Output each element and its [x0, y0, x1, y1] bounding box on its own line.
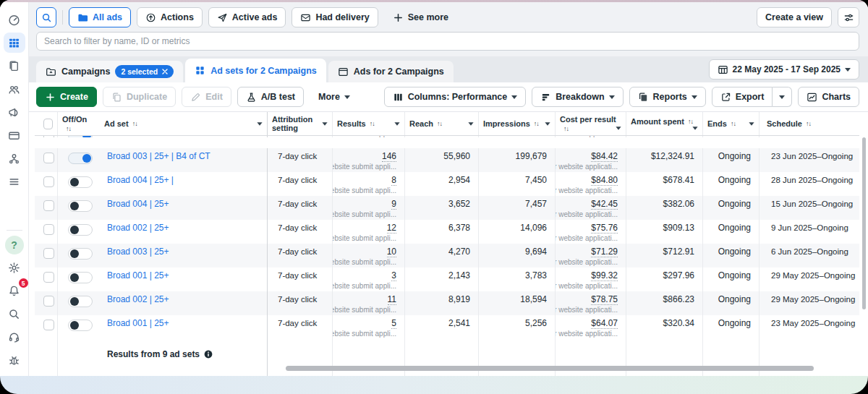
notifications-bell-icon[interactable]: 5	[4, 280, 25, 301]
search-input[interactable]	[36, 32, 859, 51]
edit-button[interactable]: Edit	[182, 87, 231, 107]
tab-adsets[interactable]: Ad sets for 2 Campaigns	[185, 59, 326, 82]
columns-button[interactable]: Columns: Performance	[384, 87, 527, 107]
charts-button[interactable]: Charts	[798, 87, 859, 107]
cost-per-result-value[interactable]: $99.32	[591, 270, 618, 281]
onoff-toggle[interactable]	[68, 272, 93, 283]
export-button[interactable]: Export	[712, 87, 773, 107]
billing-icon[interactable]	[4, 125, 25, 145]
date-range-button[interactable]: 22 May 2025 - 17 Sep 2025	[709, 59, 859, 80]
adset-name-link[interactable]: Broad 003 | 25+ | B4 of CT	[104, 151, 210, 161]
results-value[interactable]: 8	[391, 175, 396, 186]
results-value[interactable]: 10	[387, 247, 396, 257]
toggle-knob	[70, 273, 79, 282]
adset-name-link[interactable]: Broad 001 | 25+	[104, 270, 169, 280]
filter-had-delivery[interactable]: Had delivery	[292, 7, 378, 27]
onoff-toggle[interactable]	[68, 224, 93, 236]
row-checkbox[interactable]	[43, 296, 54, 307]
gauge-icon[interactable]	[4, 9, 25, 30]
pages-icon[interactable]	[4, 56, 25, 76]
breakdown-button[interactable]: Breakdown	[532, 87, 623, 107]
col-header-adset[interactable]: Ad set↑↓	[100, 112, 268, 135]
filter-search-button[interactable]	[36, 7, 56, 27]
settings-gear-icon[interactable]	[4, 257, 25, 278]
row-checkbox[interactable]	[43, 224, 54, 235]
results-value[interactable]: 11	[388, 294, 396, 305]
view-settings-sliders-icon[interactable]	[838, 7, 859, 27]
create-view-button[interactable]: Create a view	[757, 7, 832, 27]
col-header-reach[interactable]: Reach↑↓	[405, 112, 479, 135]
cost-per-result-value[interactable]: $42.45	[591, 199, 618, 210]
row-checkbox[interactable]	[43, 176, 54, 187]
select-all-checkbox[interactable]	[43, 119, 53, 129]
filter-active-ads[interactable]: Active ads	[208, 7, 286, 27]
adset-name-link[interactable]: Broad 001 | 25+	[104, 318, 169, 328]
more-button[interactable]: More	[310, 87, 359, 107]
sort-icon: ↑↓	[806, 119, 811, 128]
filter-all-ads[interactable]: All ads	[69, 7, 131, 27]
adset-name-link[interactable]	[104, 136, 107, 137]
col-header-schedule[interactable]: Schedule↑↓	[760, 112, 859, 135]
row-checkbox[interactable]	[43, 272, 54, 283]
horizontal-scrollbar[interactable]	[286, 366, 814, 371]
sitemap-icon[interactable]	[4, 148, 25, 168]
col-header-ends[interactable]: Ends↑↓	[703, 112, 760, 135]
ads-manager-table-icon[interactable]	[4, 33, 25, 53]
results-value[interactable]: 9	[391, 199, 396, 210]
row-checkbox[interactable]	[43, 153, 54, 163]
vertical-scrollbar[interactable]	[862, 137, 866, 309]
cost-per-result-value[interactable]: $84.42	[591, 151, 618, 162]
onoff-toggle[interactable]	[68, 320, 93, 331]
col-header-spent[interactable]: Amount spent↑↓	[626, 112, 703, 135]
results-value[interactable]: 3	[391, 270, 396, 281]
cost-per-result-value[interactable]: $71.29	[591, 247, 618, 257]
bug-icon[interactable]	[4, 350, 25, 370]
col-header-cost[interactable]: Cost per result↑↓	[556, 112, 626, 135]
onoff-toggle[interactable]	[68, 176, 93, 188]
col-header-impressions[interactable]: Impressions↑↓	[479, 112, 556, 135]
adset-name-link[interactable]: Broad 004 | 25+ |	[104, 175, 174, 185]
menu-icon[interactable]	[4, 171, 25, 192]
row-checkbox[interactable]	[43, 320, 54, 330]
cost-per-result-value[interactable]: $64.07	[591, 318, 618, 329]
export-dropdown-button[interactable]	[773, 87, 792, 107]
duplicate-button[interactable]: Duplicate	[103, 87, 176, 107]
cost-per-result-value[interactable]: $75.76	[591, 223, 618, 234]
results-value[interactable]: 12	[387, 223, 396, 234]
search-icon[interactable]	[4, 304, 25, 324]
megaphone-icon[interactable]	[4, 102, 25, 122]
adset-name-link[interactable]: Broad 002 | 25+	[104, 294, 169, 304]
selected-count-pill[interactable]: 2 selected	[115, 65, 174, 78]
help-icon[interactable]: ?	[5, 236, 24, 254]
create-button[interactable]: Create	[36, 87, 97, 107]
reports-button[interactable]: Reports	[629, 87, 706, 107]
cost-per-result-value[interactable]: $78.75	[591, 294, 618, 305]
cost-per-result-value[interactable]: $84.80	[591, 175, 618, 186]
col-header-offon[interactable]: Off/On↑↓	[58, 112, 100, 135]
col-header-results[interactable]: Results↑↓	[333, 112, 405, 135]
audiences-icon[interactable]	[4, 79, 25, 99]
adset-name-link[interactable]: Broad 002 | 25+	[104, 223, 169, 233]
results-value[interactable]: 5	[391, 318, 396, 329]
adset-name-link[interactable]: Broad 004 | 25+	[104, 199, 169, 209]
onoff-toggle[interactable]	[68, 200, 93, 212]
tab-campaigns[interactable]: Campaigns 2 selected	[36, 61, 183, 82]
onoff-toggle[interactable]	[68, 136, 93, 137]
row-checkbox[interactable]	[43, 200, 54, 211]
ab-test-button[interactable]: A/B test	[237, 87, 304, 107]
onoff-toggle[interactable]	[68, 248, 93, 260]
support-headset-icon[interactable]	[4, 327, 25, 347]
filter-actions[interactable]: Actions	[137, 7, 203, 27]
duplicate-label: Duplicate	[127, 92, 167, 102]
row-checkbox[interactable]	[43, 248, 54, 259]
results-value[interactable]: 146	[382, 151, 396, 162]
col-header-attribution[interactable]: Attribution setting	[268, 112, 333, 135]
adset-name-link[interactable]: Broad 003 | 25+	[104, 247, 169, 257]
filter-see-more[interactable]: See more	[384, 7, 457, 27]
impressions-value: 3,783	[525, 270, 547, 280]
onoff-toggle[interactable]	[68, 153, 93, 164]
onoff-toggle[interactable]	[68, 296, 93, 307]
row-checkbox[interactable]	[43, 136, 54, 137]
tab-ads[interactable]: Ads for 2 Campaigns	[328, 61, 454, 82]
impressions-value: 18,594	[520, 294, 547, 304]
